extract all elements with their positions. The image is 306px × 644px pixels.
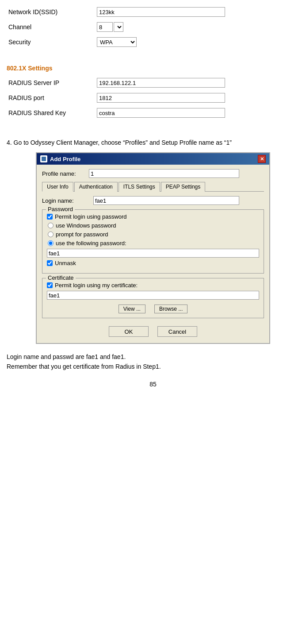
tab-authentication[interactable]: Authentication bbox=[74, 182, 118, 192]
section-8021x-title: 802.1X Settings bbox=[7, 65, 299, 72]
cert-value-input[interactable] bbox=[47, 291, 259, 300]
view-button[interactable]: View ... bbox=[119, 305, 145, 313]
close-button[interactable]: ✕ bbox=[258, 155, 266, 163]
unmask-row: Unmask bbox=[47, 260, 259, 266]
radius-server-ip-cell bbox=[95, 75, 299, 90]
security-cell: WPA WEP None bbox=[95, 35, 299, 50]
permit-cert-row: Permit login using my certificate: bbox=[47, 282, 259, 289]
use-following-password-radio[interactable] bbox=[48, 240, 54, 246]
radius-settings-table: RADIUS Server IP RADIUS port RADIUS Shar… bbox=[7, 75, 299, 120]
permit-cert-label: Permit login using my certificate: bbox=[55, 282, 138, 289]
network-id-input[interactable] bbox=[97, 7, 225, 17]
profile-name-input[interactable] bbox=[89, 169, 239, 178]
page-number: 85 bbox=[7, 381, 299, 388]
table-row: RADIUS Shared Key bbox=[7, 105, 299, 120]
login-name-input[interactable] bbox=[93, 196, 239, 205]
channel-cell: ▼ bbox=[95, 19, 299, 35]
table-row: Security WPA WEP None bbox=[7, 35, 299, 50]
profile-name-row: Profile name: bbox=[42, 169, 264, 178]
prompt-for-password-label: prompt for password bbox=[56, 231, 108, 238]
add-profile-dialog: Add Profile ✕ Profile name: User Info Au… bbox=[36, 152, 270, 344]
step4-text: 4. Go to Odyssey Client Manager, choose … bbox=[7, 139, 299, 146]
table-row: Network ID(SSID) bbox=[7, 4, 299, 19]
table-row: RADIUS port bbox=[7, 90, 299, 105]
certificate-groupbox: Certificate Permit login using my certif… bbox=[42, 278, 264, 318]
radius-shared-key-input[interactable] bbox=[97, 108, 225, 118]
radius-server-ip-input[interactable] bbox=[97, 78, 225, 88]
channel-dropdown[interactable]: ▼ bbox=[114, 22, 123, 32]
dialog-app-icon bbox=[40, 155, 47, 162]
table-row: Channel ▼ bbox=[7, 19, 299, 35]
permit-login-label: Permit login using password bbox=[55, 213, 127, 220]
password-group-title: Password bbox=[46, 206, 75, 212]
dialog-titlebar: Add Profile ✕ bbox=[37, 153, 269, 165]
password-value-input[interactable] bbox=[47, 249, 259, 258]
channel-input[interactable] bbox=[97, 22, 113, 32]
radius-port-cell bbox=[95, 90, 299, 105]
permit-cert-checkbox[interactable] bbox=[47, 282, 53, 288]
dialog-title: Add Profile bbox=[50, 156, 80, 162]
cancel-button[interactable]: Cancel bbox=[157, 326, 197, 337]
security-select[interactable]: WPA WEP None bbox=[97, 37, 137, 47]
channel-label: Channel bbox=[7, 19, 95, 35]
tabs-row: User Info Authentication ITLS Settings P… bbox=[42, 181, 264, 192]
certificate-group-title: Certificate bbox=[46, 274, 76, 281]
use-windows-password-radio[interactable] bbox=[48, 223, 54, 228]
password-groupbox: Password Permit login using password use… bbox=[42, 209, 264, 274]
radius-port-label: RADIUS port bbox=[7, 90, 95, 105]
browse-button[interactable]: Browse ... bbox=[154, 305, 187, 313]
prompt-for-password-row: prompt for password bbox=[48, 231, 259, 238]
use-windows-password-label: use Windows password bbox=[56, 222, 116, 229]
permit-login-row: Permit login using password bbox=[47, 213, 259, 220]
prompt-for-password-radio[interactable] bbox=[48, 231, 54, 237]
unmask-checkbox[interactable] bbox=[47, 260, 53, 266]
network-id-cell bbox=[95, 4, 299, 19]
unmask-label: Unmask bbox=[55, 260, 76, 266]
radius-shared-key-label: RADIUS Shared Key bbox=[7, 105, 95, 120]
footer-line1: Login name and passwd are fae1 and fae1. bbox=[7, 352, 299, 362]
dialog-titlebar-left: Add Profile bbox=[40, 155, 80, 162]
radius-server-ip-label: RADIUS Server IP bbox=[7, 75, 95, 90]
radius-port-input[interactable] bbox=[97, 93, 225, 103]
view-browse-row: View ... Browse ... bbox=[47, 305, 259, 313]
tab-user-info[interactable]: User Info bbox=[42, 182, 73, 192]
table-row: RADIUS Server IP bbox=[7, 75, 299, 90]
profile-name-label: Profile name: bbox=[42, 170, 86, 177]
footer-text: Login name and passwd are fae1 and fae1.… bbox=[7, 352, 299, 372]
use-following-password-label: use the following password: bbox=[56, 240, 126, 247]
dialog-buttons: OK Cancel bbox=[42, 323, 264, 339]
ok-button[interactable]: OK bbox=[109, 326, 149, 337]
dialog-body: Profile name: User Info Authentication I… bbox=[37, 165, 269, 343]
security-label: Security bbox=[7, 35, 95, 50]
permit-login-checkbox[interactable] bbox=[47, 214, 53, 220]
network-id-label: Network ID(SSID) bbox=[7, 4, 95, 19]
login-name-label: Login name: bbox=[42, 197, 91, 204]
use-following-password-row: use the following password: bbox=[48, 240, 259, 247]
radius-shared-key-cell bbox=[95, 105, 299, 120]
footer-line2: Remember that you get certificate from R… bbox=[7, 362, 299, 371]
svg-rect-0 bbox=[42, 157, 46, 161]
tab-itls-settings[interactable]: ITLS Settings bbox=[119, 182, 160, 192]
use-windows-password-row: use Windows password bbox=[48, 222, 259, 229]
top-settings-table: Network ID(SSID) Channel ▼ Security WPA … bbox=[7, 4, 299, 50]
login-name-row: Login name: bbox=[42, 196, 264, 205]
tab-peap-settings[interactable]: PEAP Settings bbox=[161, 182, 206, 192]
